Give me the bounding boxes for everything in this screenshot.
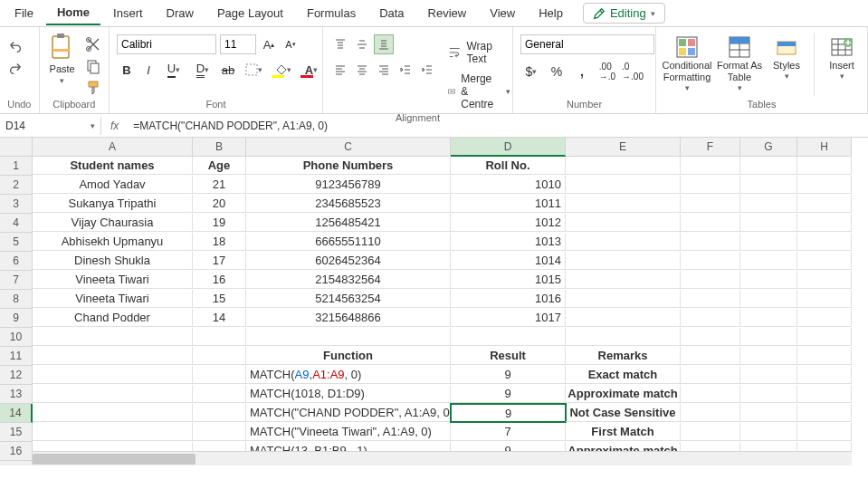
cell-B11[interactable] bbox=[193, 347, 246, 365]
cell-H1[interactable] bbox=[797, 157, 852, 175]
cell-B13[interactable] bbox=[193, 385, 246, 403]
cell-A9[interactable]: Chand Podder bbox=[33, 309, 193, 327]
cell-H9[interactable] bbox=[797, 309, 852, 327]
cell-G1[interactable] bbox=[740, 157, 797, 175]
column-header-C[interactable]: C bbox=[246, 138, 451, 157]
cell-E10[interactable] bbox=[566, 328, 681, 346]
column-header-A[interactable]: A bbox=[33, 138, 193, 157]
cell-F5[interactable] bbox=[681, 233, 740, 251]
cell-D12[interactable]: 9 bbox=[451, 366, 566, 384]
cell-D8[interactable]: 1016 bbox=[451, 290, 566, 308]
cell-E4[interactable] bbox=[566, 214, 681, 232]
cell-H10[interactable] bbox=[797, 328, 852, 346]
fill-color-button[interactable]: ▾ bbox=[269, 60, 296, 80]
row-header-3[interactable]: 3 bbox=[0, 195, 33, 214]
cell-B4[interactable]: 19 bbox=[193, 214, 246, 232]
cell-E5[interactable] bbox=[566, 233, 681, 251]
cell-G10[interactable] bbox=[740, 328, 797, 346]
cell-C3[interactable]: 2345685523 bbox=[246, 195, 451, 213]
row-header-15[interactable]: 15 bbox=[0, 423, 33, 442]
row-header-17[interactable]: 17 bbox=[0, 461, 33, 465]
align-top-button[interactable] bbox=[330, 34, 350, 54]
cell-C11[interactable]: Function bbox=[246, 347, 451, 365]
row-header-11[interactable]: 11 bbox=[0, 347, 33, 366]
cell-F9[interactable] bbox=[681, 309, 740, 327]
border-button[interactable]: ▾ bbox=[240, 60, 267, 80]
decrease-font-button[interactable]: A▾ bbox=[281, 35, 300, 53]
cell-A10[interactable] bbox=[33, 328, 193, 346]
cell-E14[interactable]: Not Case Sensitive bbox=[566, 404, 681, 422]
cell-D11[interactable]: Result bbox=[451, 347, 566, 365]
cell-G12[interactable] bbox=[740, 366, 797, 384]
align-bottom-button[interactable] bbox=[374, 34, 394, 54]
editing-mode-button[interactable]: Editing ▾ bbox=[583, 3, 665, 24]
cell-F8[interactable] bbox=[681, 290, 740, 308]
cell-C9[interactable]: 3215648866 bbox=[246, 309, 451, 327]
format-painter-button[interactable] bbox=[85, 80, 101, 96]
cell-G15[interactable] bbox=[740, 423, 797, 441]
cell-D2[interactable]: 1010 bbox=[451, 176, 566, 194]
cell-H5[interactable] bbox=[797, 233, 852, 251]
percent-button[interactable]: % bbox=[546, 62, 568, 82]
cell-D9[interactable]: 1017 bbox=[451, 309, 566, 327]
cell-A8[interactable]: Vineeta Tiwari bbox=[33, 290, 193, 308]
cell-B10[interactable] bbox=[193, 328, 246, 346]
cell-H7[interactable] bbox=[797, 271, 852, 289]
cell-G3[interactable] bbox=[740, 195, 797, 213]
cell-B3[interactable]: 20 bbox=[193, 195, 246, 213]
cell-G11[interactable] bbox=[740, 347, 797, 365]
decrease-indent-button[interactable] bbox=[396, 60, 415, 80]
row-header-16[interactable]: 16 bbox=[0, 442, 33, 461]
cell-D13[interactable]: 9 bbox=[451, 385, 566, 403]
fx-label[interactable]: fx bbox=[101, 117, 128, 135]
cell-F12[interactable] bbox=[681, 366, 740, 384]
row-header-1[interactable]: 1 bbox=[0, 157, 33, 176]
cell-C14[interactable]: MATCH("CHAND PODDER", A1:A9, 0) bbox=[246, 404, 451, 422]
menu-home[interactable]: Home bbox=[46, 1, 100, 25]
cell-F1[interactable] bbox=[681, 157, 740, 175]
cell-H14[interactable] bbox=[797, 404, 852, 422]
cell-D7[interactable]: 1015 bbox=[451, 271, 566, 289]
cell-C2[interactable]: 9123456789 bbox=[246, 176, 451, 194]
double-underline-button[interactable]: D ▾ bbox=[189, 60, 216, 80]
cell-B15[interactable] bbox=[193, 423, 246, 441]
cell-E3[interactable] bbox=[566, 195, 681, 213]
name-box[interactable]: D14 ▾ bbox=[0, 117, 101, 135]
column-header-F[interactable]: F bbox=[681, 138, 740, 157]
cell-D5[interactable]: 1013 bbox=[451, 233, 566, 251]
menu-data[interactable]: Data bbox=[368, 2, 415, 24]
wrap-text-button[interactable]: Wrap Text bbox=[448, 40, 510, 65]
cell-F3[interactable] bbox=[681, 195, 740, 213]
column-header-G[interactable]: G bbox=[740, 138, 797, 157]
cell-B1[interactable]: Age bbox=[193, 157, 246, 175]
row-header-13[interactable]: 13 bbox=[0, 385, 33, 404]
cell-E6[interactable] bbox=[566, 252, 681, 270]
redo-button[interactable] bbox=[7, 60, 24, 76]
cell-F11[interactable] bbox=[681, 347, 740, 365]
cell-F13[interactable] bbox=[681, 385, 740, 403]
cell-H12[interactable] bbox=[797, 366, 852, 384]
cell-A11[interactable] bbox=[33, 347, 193, 365]
insert-button[interactable]: Insert▾ bbox=[824, 33, 860, 82]
copy-button[interactable] bbox=[85, 58, 101, 74]
cell-D3[interactable]: 1011 bbox=[451, 195, 566, 213]
cell-F4[interactable] bbox=[681, 214, 740, 232]
cell-E15[interactable]: First Match bbox=[566, 423, 681, 441]
cell-C7[interactable]: 2154832564 bbox=[246, 271, 451, 289]
decrease-decimal-button[interactable]: .0→.00 bbox=[622, 62, 644, 82]
cell-A4[interactable]: Vijay Chaurasia bbox=[33, 214, 193, 232]
cell-B9[interactable]: 14 bbox=[193, 309, 246, 327]
number-format-select[interactable] bbox=[520, 34, 654, 54]
cell-C15[interactable]: MATCH("Vineeta Tiwari", A1:A9, 0) bbox=[246, 423, 451, 441]
row-header-9[interactable]: 9 bbox=[0, 309, 33, 328]
font-size-select[interactable] bbox=[220, 34, 256, 54]
cell-G9[interactable] bbox=[740, 309, 797, 327]
cell-H15[interactable] bbox=[797, 423, 852, 441]
cell-A3[interactable]: Sukanya Tripathi bbox=[33, 195, 193, 213]
cell-A15[interactable] bbox=[33, 423, 193, 441]
horizontal-scrollbar[interactable] bbox=[33, 451, 852, 465]
comma-button[interactable]: , bbox=[571, 62, 593, 82]
cell-D14[interactable]: 9 bbox=[450, 403, 567, 423]
cut-button[interactable] bbox=[85, 36, 101, 53]
cell-H2[interactable] bbox=[797, 176, 852, 194]
